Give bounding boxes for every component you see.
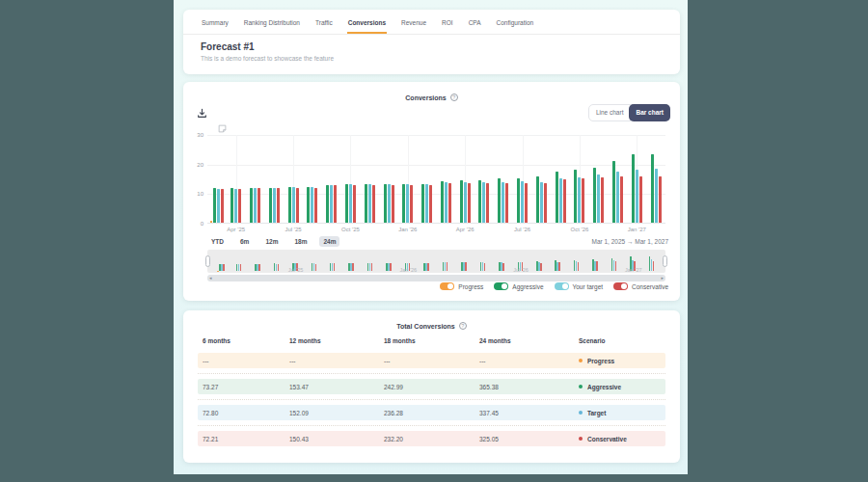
range-button-24m[interactable]: 24m: [319, 236, 339, 247]
bar-your-target: [655, 169, 658, 223]
brush-handle-left[interactable]: [205, 255, 210, 267]
bar-your-target: [368, 184, 371, 223]
mini-bar-conservative: [653, 261, 655, 271]
legend-item-aggressive: Aggressive: [494, 282, 543, 290]
mini-bar-conservative: [502, 263, 504, 271]
tab-bar: SummaryRanking DistributionTrafficConver…: [183, 10, 680, 35]
legend-item-conservative: Conservative: [613, 282, 668, 290]
tab-revenue[interactable]: Revenue: [400, 16, 427, 34]
toggle-conservative[interactable]: [613, 282, 628, 290]
bar-your-target: [234, 189, 237, 223]
download-icon[interactable]: [197, 105, 207, 122]
scenario-label: Conservative: [587, 436, 627, 442]
tab-conversions[interactable]: Conversions: [347, 16, 387, 34]
toggle-progress[interactable]: [440, 282, 454, 290]
mini-bar-group: [443, 262, 448, 271]
bar-aggressive: [384, 184, 387, 223]
range-button-ytd[interactable]: YTD: [207, 236, 228, 247]
mini-bar-conservative: [223, 264, 225, 271]
chart-legend: ProgressAggressiveYour targetConservativ…: [440, 282, 668, 290]
brush-tick-label: Jan '27: [619, 267, 648, 273]
bar-your-target: [425, 184, 428, 223]
range-button-6m[interactable]: 6m: [236, 236, 253, 247]
table-row-aggressive[interactable]: 73.27153.47242.99365.38Aggressive: [198, 379, 665, 394]
tab-cpa[interactable]: CPA: [468, 16, 482, 34]
cell-value: 152.09: [289, 410, 384, 416]
scenario-cell: Target: [579, 410, 665, 416]
bar-conservative: [372, 185, 375, 223]
bar-aggressive: [365, 184, 367, 223]
toggle-your-target[interactable]: [555, 282, 569, 290]
table-row-target[interactable]: 72.80152.09236.28337.45Target: [198, 405, 665, 420]
bar-group-Feb27: [646, 135, 665, 223]
bar-group-Jan26: [398, 135, 418, 223]
mini-bar-conservative: [315, 264, 317, 271]
legend-label: Conservative: [632, 283, 668, 290]
tab-configuration[interactable]: Configuration: [496, 16, 535, 34]
scenario-cell: Conservative: [579, 436, 665, 442]
scenario-dot: [579, 411, 583, 415]
legend-label: Progress: [458, 283, 483, 290]
bar-conservative: [448, 183, 451, 223]
mini-bar-group: [423, 263, 429, 271]
tab-roi[interactable]: ROI: [441, 16, 454, 34]
bar-chart-plot: 0102030Apr '25Jul '25Oct '25Jan '26Apr '…: [207, 135, 665, 224]
bar-aggressive: [421, 184, 424, 223]
bar-aggressive: [269, 188, 272, 223]
scroll-left-icon[interactable]: ◂: [209, 275, 212, 281]
bar-your-target: [597, 174, 600, 223]
cell-value: 325.05: [479, 436, 579, 442]
bar-your-target: [521, 181, 524, 223]
bar-your-target: [482, 182, 485, 223]
table-row-progress[interactable]: ------------Progress: [198, 353, 665, 368]
bar-chart-button[interactable]: Bar chart: [629, 104, 670, 121]
column-header-scenario: Scenario: [579, 337, 665, 349]
chart-scrollbar[interactable]: ◂ ▸: [207, 275, 665, 281]
brush-handle-right[interactable]: [663, 255, 667, 267]
table-row-conservative[interactable]: 72.21150.43232.20325.05Conservative: [198, 431, 665, 446]
chart-brush-minimap[interactable]: Jul '25Jan '26Jul '26Jan '27: [207, 250, 665, 273]
mini-bar-group: [367, 263, 373, 271]
page-subtitle: This is a demo forecast to showcase the …: [201, 55, 663, 62]
bar-your-target: [616, 172, 619, 223]
bar-conservative: [334, 185, 337, 223]
bar-group-Apr26: [455, 135, 475, 223]
toggle-aggressive[interactable]: [494, 282, 508, 290]
tab-ranking-distribution[interactable]: Ranking Distribution: [243, 16, 301, 34]
tab-summary[interactable]: Summary: [201, 16, 230, 34]
date-range[interactable]: Mar 1, 2025 → Mar 1, 2027: [592, 238, 669, 245]
help-icon[interactable]: ?: [459, 322, 467, 330]
forecast-header-card: SummaryRanking DistributionTrafficConver…: [183, 10, 680, 74]
help-icon[interactable]: ?: [450, 94, 458, 101]
bar-conservative: [410, 185, 413, 223]
bar-group-Mar25: [207, 135, 227, 223]
scroll-right-icon[interactable]: ▸: [661, 275, 664, 281]
bar-group-Dec26: [609, 135, 628, 223]
tab-traffic[interactable]: Traffic: [314, 16, 334, 34]
line-chart-button[interactable]: Line chart: [589, 105, 631, 120]
cell-value: ---: [384, 358, 479, 364]
toggle-knob: [448, 283, 453, 289]
cell-value: 150.43: [289, 436, 384, 442]
bar-conservative: [505, 183, 508, 223]
bar-your-target: [330, 185, 333, 223]
range-button-12m[interactable]: 12m: [261, 236, 282, 247]
range-button-18m[interactable]: 18m: [290, 236, 311, 247]
bar-group-Apr25: [227, 135, 246, 223]
bar-aggressive: [536, 176, 539, 223]
bar-group-Jun26: [494, 135, 513, 223]
mini-bar-conservative: [465, 262, 467, 271]
mini-bar-conservative: [427, 263, 429, 271]
bar-your-target: [292, 187, 295, 223]
bar-aggressive: [517, 178, 520, 223]
bar-aggressive: [574, 170, 577, 223]
mini-bar-conservative: [390, 263, 392, 271]
bar-conservative: [238, 189, 241, 223]
bar-conservative: [353, 185, 356, 223]
bar-your-target: [388, 184, 391, 223]
legend-item-your-target: Your target: [555, 282, 604, 290]
mini-bar-conservative: [484, 263, 486, 271]
bar-aggressive: [250, 188, 253, 223]
page-title: Forecast #1: [201, 41, 663, 52]
mini-bar-conservative: [334, 263, 336, 271]
